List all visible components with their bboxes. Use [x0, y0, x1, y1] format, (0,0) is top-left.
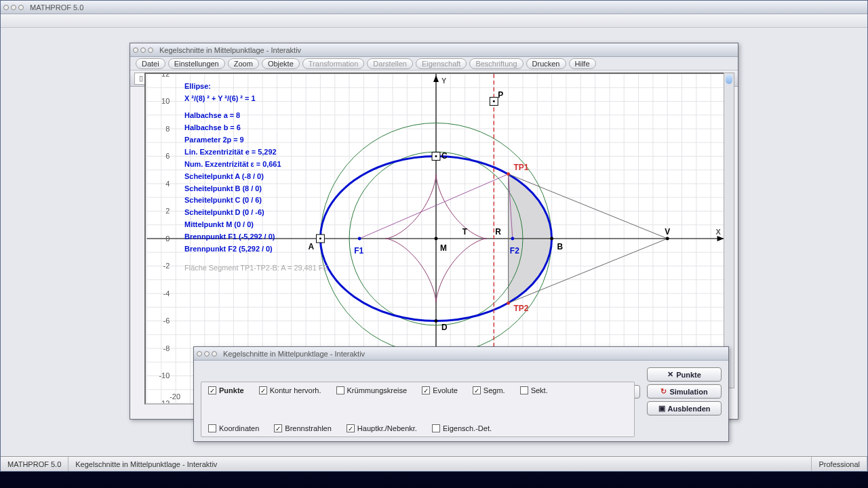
document-menubar: Datei Einstellungen Zoom Objekte Transfo… — [130, 57, 738, 70]
control-panel: Kegelschnitte in Mittelpunktlage - Inter… — [193, 346, 729, 442]
menu-property[interactable]: Eigenschaft — [416, 58, 467, 69]
svg-text:Halbachse b = 6: Halbachse b = 6 — [184, 123, 241, 131]
svg-text:Mittelpunkt M (0 / 0): Mittelpunkt M (0 / 0) — [184, 220, 254, 228]
svg-point-102 — [511, 237, 514, 241]
menu-print[interactable]: Drucken — [526, 58, 566, 69]
vertical-scrollbar[interactable] — [724, 73, 734, 388]
check-punkte[interactable]: ✓Punkte — [208, 386, 244, 394]
svg-point-105 — [435, 319, 438, 323]
svg-point-107 — [507, 302, 510, 305]
svg-text:D: D — [441, 323, 448, 332]
svg-text:V: V — [665, 227, 670, 237]
svg-text:X ²/(8) ² + Y ²/(6) ² = 1: X ²/(8) ² + Y ²/(6) ² = 1 — [184, 94, 255, 102]
svg-text:M: M — [440, 243, 447, 253]
svg-point-108 — [666, 237, 669, 241]
vscroll-thumb[interactable] — [726, 75, 732, 84]
svg-text:0: 0 — [165, 235, 170, 243]
svg-text:8: 8 — [165, 125, 170, 133]
svg-text:T: T — [462, 227, 468, 237]
svg-point-101 — [358, 237, 361, 241]
status-doc: Kegelschnitte in Mittelpunktlage - Inter… — [68, 457, 812, 471]
svg-point-98 — [319, 238, 321, 240]
svg-text:F1: F1 — [354, 246, 363, 256]
check-eigen[interactable]: Eigensch.-Det. — [432, 424, 492, 432]
svg-text:-10: -10 — [159, 371, 170, 380]
panel-titlebar[interactable]: Kegelschnitte in Mittelpunktlage - Inter… — [194, 347, 728, 361]
svg-text:Brennpunkt F2 (5,292 / 0): Brennpunkt F2 (5,292 / 0) — [184, 245, 273, 253]
doc-window-control-1[interactable] — [133, 47, 138, 53]
menu-zoom[interactable]: Zoom — [228, 58, 259, 69]
button-hide[interactable]: ▣Ausblenden — [647, 401, 722, 415]
svg-text:A: A — [309, 242, 315, 251]
svg-point-96 — [493, 100, 495, 102]
svg-text:12: 12 — [161, 74, 170, 78]
svg-point-100 — [435, 155, 437, 157]
svg-text:-12: -12 — [159, 399, 170, 403]
svg-point-106 — [507, 172, 510, 176]
panel-control-1[interactable] — [197, 351, 202, 357]
svg-text:F2: F2 — [510, 246, 519, 256]
svg-text:6: 6 — [165, 152, 170, 160]
menu-objects[interactable]: Objekte — [262, 58, 300, 69]
hide-icon: ▣ — [658, 404, 665, 413]
status-bar: MATHPROF 5.0 Kegelschnitte in Mittelpunk… — [1, 456, 867, 471]
svg-text:P: P — [498, 90, 503, 100]
svg-point-103 — [435, 237, 438, 241]
window-control-1[interactable] — [3, 5, 9, 10]
button-points[interactable]: ✕Punkte — [647, 367, 722, 382]
check-evolute[interactable]: ✓Evolute — [422, 386, 458, 394]
check-haupt[interactable]: ✓Hauptkr./Nebenkr. — [347, 424, 417, 432]
check-kruemm[interactable]: Krümmungskreise — [336, 386, 408, 394]
app-titlebar[interactable]: MATHPROF 5.0 — [1, 1, 867, 14]
svg-point-104 — [550, 237, 553, 241]
svg-text:R: R — [495, 227, 501, 237]
window-control-2[interactable] — [11, 5, 16, 10]
check-kontur[interactable]: ✓Kontur hervorh. — [259, 386, 321, 394]
menu-labeling[interactable]: Beschriftung — [469, 58, 523, 69]
menu-display[interactable]: Darstellen — [367, 58, 413, 69]
svg-text:Num. Exzentrizität ε = 0,661: Num. Exzentrizität ε = 0,661 — [184, 160, 281, 168]
button-simulation[interactable]: ↻Simulation — [647, 384, 722, 399]
svg-text:Ellipse:: Ellipse: — [184, 82, 211, 90]
svg-text:Scheitelpunkt B (8 / 0): Scheitelpunkt B (8 / 0) — [184, 184, 262, 192]
refresh-icon: ↻ — [660, 387, 667, 396]
svg-text:Scheitelpunkt C (0 / 6): Scheitelpunkt C (0 / 6) — [184, 196, 262, 204]
svg-text:4: 4 — [165, 180, 170, 188]
menu-settings[interactable]: Einstellungen — [168, 58, 225, 69]
doc-window-control-3[interactable] — [148, 47, 153, 53]
svg-text:Parameter 2p = 9: Parameter 2p = 9 — [184, 136, 244, 144]
window-control-3[interactable] — [18, 5, 24, 10]
panel-control-2[interactable] — [204, 351, 210, 357]
svg-text:-2: -2 — [163, 262, 170, 270]
svg-text:-6: -6 — [163, 317, 170, 325]
status-edition: Professional — [812, 457, 867, 471]
cross-icon: ✕ — [667, 370, 673, 379]
document-title: Kegelschnitte in Mittelpunktlage - Inter… — [159, 46, 301, 54]
menu-file[interactable]: Datei — [136, 58, 165, 69]
svg-text:-8: -8 — [163, 344, 170, 352]
svg-text:2: 2 — [165, 207, 170, 215]
svg-text:X: X — [716, 228, 722, 236]
menu-transform[interactable]: Transformation — [302, 58, 365, 69]
app-menubar-placeholder — [1, 14, 867, 28]
panel-control-3[interactable] — [212, 351, 217, 357]
check-brenn[interactable]: ✓Brennstrahlen — [274, 424, 332, 432]
svg-text:Halbachse a = 8: Halbachse a = 8 — [184, 111, 240, 119]
document-titlebar[interactable]: Kegelschnitte in Mittelpunktlage - Inter… — [130, 43, 738, 57]
svg-text:Scheitelpunkt D (0 / -6): Scheitelpunkt D (0 / -6) — [184, 208, 264, 216]
app-window: MATHPROF 5.0 Kegelschnitte in Mittelpunk… — [0, 0, 868, 472]
check-koord[interactable]: Koordinaten — [208, 424, 259, 432]
menu-help[interactable]: Hilfe — [569, 58, 596, 69]
svg-text:TP2: TP2 — [514, 304, 529, 313]
check-segm[interactable]: ✓Segm. — [473, 386, 505, 394]
svg-text:TP1: TP1 — [514, 163, 529, 172]
svg-text:Brennpunkt F1 (-5,292 / 0): Brennpunkt F1 (-5,292 / 0) — [184, 232, 275, 241]
svg-text:-20: -20 — [170, 392, 180, 401]
panel-title: Kegelschnitte in Mittelpunktlage - Inter… — [223, 350, 365, 358]
check-sekt[interactable]: Sekt. — [520, 386, 548, 394]
svg-text:Lin. Exzentrizität e = 5,292: Lin. Exzentrizität e = 5,292 — [184, 148, 276, 156]
doc-window-control-2[interactable] — [140, 47, 146, 53]
svg-text:10: 10 — [161, 97, 170, 105]
svg-text:Y: Y — [441, 77, 447, 85]
svg-text:B: B — [557, 242, 564, 251]
